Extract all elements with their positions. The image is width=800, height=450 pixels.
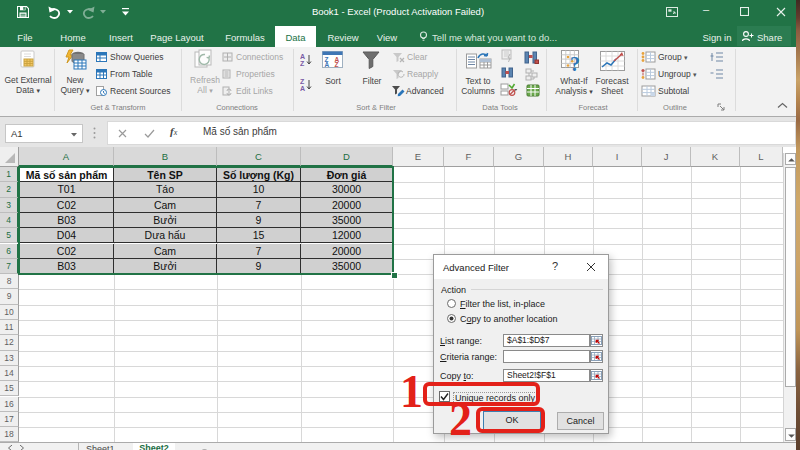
svg-text:Z: Z: [300, 60, 305, 67]
svg-text:Z: Z: [300, 78, 305, 85]
svg-text:Z: Z: [335, 61, 339, 68]
svg-text:A: A: [300, 53, 305, 60]
svg-text:A: A: [300, 85, 305, 92]
svg-text:?: ?: [570, 53, 580, 72]
svg-text:A: A: [325, 61, 330, 68]
